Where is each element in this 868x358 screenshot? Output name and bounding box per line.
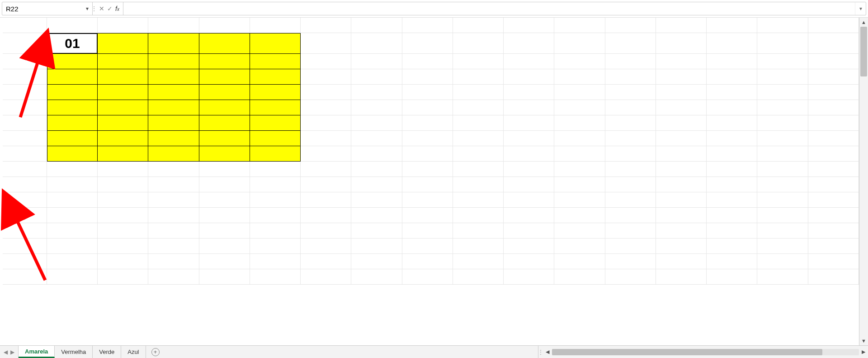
cell[interactable] [656,100,707,115]
cell[interactable] [351,131,402,146]
cell[interactable] [3,69,47,85]
cell[interactable] [199,254,250,269]
cell[interactable] [554,100,605,115]
cell[interactable] [656,239,707,254]
cell[interactable] [98,223,148,239]
cell[interactable] [351,33,402,54]
cell[interactable] [757,131,808,146]
cell[interactable] [402,131,453,146]
cell[interactable] [47,146,98,162]
cell[interactable] [250,69,301,85]
cell[interactable] [504,254,554,269]
cell[interactable] [757,18,808,33]
cell[interactable] [351,162,402,177]
cell[interactable] [757,115,808,131]
cell[interactable] [351,192,402,208]
cell[interactable] [605,208,656,223]
cell[interactable] [808,85,859,100]
cell[interactable] [757,146,808,162]
cell[interactable] [453,33,504,54]
hscroll-thumb[interactable] [552,349,822,355]
cell[interactable] [3,162,47,177]
cell[interactable] [148,254,199,269]
cell[interactable] [3,54,47,69]
cell[interactable] [453,146,504,162]
cell[interactable] [656,223,707,239]
cell[interactable] [250,33,301,54]
cell[interactable] [250,146,301,162]
cell[interactable] [3,223,47,239]
cell[interactable] [453,85,504,100]
cell[interactable] [504,208,554,223]
cell[interactable] [250,115,301,131]
cell[interactable] [199,100,250,115]
cell[interactable] [656,146,707,162]
sheet-tab[interactable]: Vermelha [55,346,93,358]
cell[interactable] [47,223,98,239]
cell[interactable] [98,100,148,115]
cell[interactable] [707,18,757,33]
cell[interactable] [250,192,301,208]
vertical-scrollbar[interactable]: ▲ ▼ [859,18,868,345]
cell[interactable] [605,223,656,239]
cell[interactable] [808,100,859,115]
cell[interactable] [605,269,656,285]
tab-prev-icon[interactable]: ◀ [4,349,8,355]
cell[interactable] [98,192,148,208]
cell[interactable] [757,162,808,177]
cell[interactable] [301,131,351,146]
cell[interactable] [148,54,199,69]
cell[interactable] [757,177,808,192]
cell[interactable] [554,239,605,254]
cell[interactable] [98,115,148,131]
cell[interactable] [301,85,351,100]
cell[interactable] [47,131,98,146]
cell[interactable] [47,54,98,69]
cell[interactable] [402,115,453,131]
cell[interactable] [199,223,250,239]
cell[interactable] [402,192,453,208]
scroll-down-icon[interactable]: ▼ [859,336,868,345]
cell[interactable] [453,239,504,254]
tab-next-icon[interactable]: ▶ [10,349,14,355]
scroll-grip-icon[interactable]: ⋮ [538,349,543,355]
cell[interactable] [605,18,656,33]
cell[interactable] [656,18,707,33]
cell[interactable] [98,54,148,69]
cell[interactable] [554,208,605,223]
name-box[interactable]: ▾ [2,2,93,15]
cell[interactable] [3,177,47,192]
cell[interactable] [199,85,250,100]
cell[interactable] [199,33,250,54]
cell[interactable] [402,85,453,100]
cell[interactable] [47,18,98,33]
cell[interactable] [301,254,351,269]
cell[interactable] [148,192,199,208]
cell[interactable] [351,254,402,269]
cell[interactable] [250,254,301,269]
cell[interactable] [504,192,554,208]
cell[interactable] [351,146,402,162]
cell[interactable] [554,33,605,54]
cell[interactable] [3,146,47,162]
cell[interactable] [656,192,707,208]
cell[interactable] [148,33,199,54]
cell[interactable] [47,100,98,115]
cell[interactable] [301,269,351,285]
cell[interactable] [757,100,808,115]
cell[interactable] [351,18,402,33]
cell[interactable] [707,146,757,162]
cell[interactable] [656,177,707,192]
cell[interactable] [199,69,250,85]
cell[interactable] [148,208,199,223]
cell[interactable] [453,54,504,69]
formula-input[interactable] [123,2,855,15]
cell[interactable] [301,18,351,33]
name-box-input[interactable] [6,5,74,13]
cell[interactable] [656,131,707,146]
cell[interactable] [605,131,656,146]
cell[interactable] [301,162,351,177]
cell[interactable] [250,269,301,285]
cell[interactable] [98,69,148,85]
cell[interactable] [98,131,148,146]
